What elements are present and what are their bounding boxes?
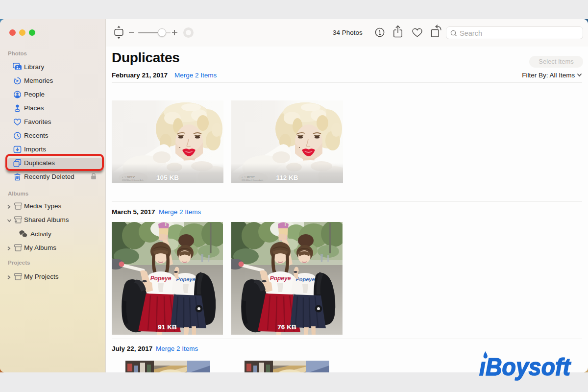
svg-text:ıBoysoft: ıBoysoft xyxy=(479,353,571,381)
